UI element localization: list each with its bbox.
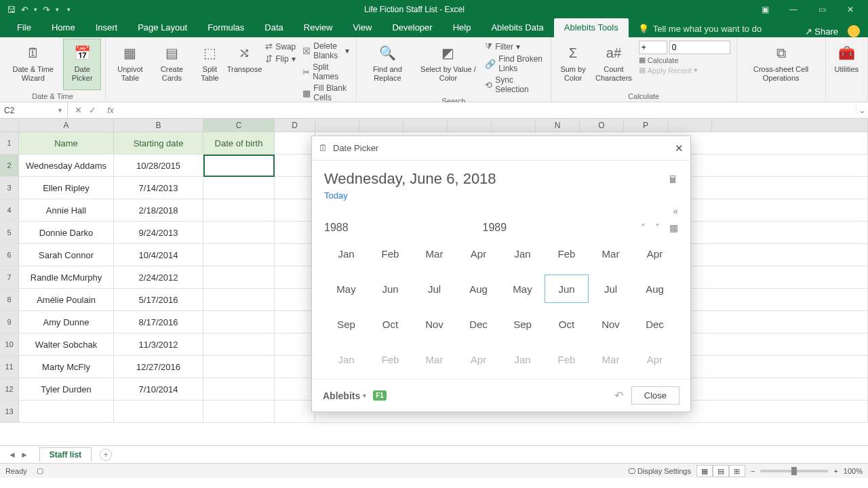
cell[interactable]: 11/3/2012 — [114, 333, 203, 355]
cell[interactable] — [275, 378, 315, 400]
cell[interactable] — [19, 401, 114, 422]
month-nov[interactable]: Nov — [589, 310, 633, 338]
formula-input[interactable] — [118, 102, 856, 118]
row-header[interactable]: 13 — [0, 401, 19, 422]
tab-ablebits-data[interactable]: Ablebits Data — [481, 18, 553, 37]
cell[interactable] — [203, 289, 275, 310]
cell[interactable]: Ellen Ripley — [19, 177, 114, 199]
fill-blank-cells-button[interactable]: ▦Fill Blank Cells — [302, 83, 349, 102]
cell[interactable] — [275, 199, 315, 221]
cell-b1[interactable]: Starting date — [114, 132, 203, 154]
month-sep[interactable]: Sep — [324, 310, 368, 338]
col-header-c[interactable]: C — [203, 119, 275, 131]
year-grid-icon[interactable]: ▦ — [669, 222, 678, 233]
swap-button[interactable]: ⇄Swap — [265, 41, 296, 52]
name-box[interactable]: C2▼ — [0, 102, 68, 118]
cell[interactable] — [203, 378, 275, 400]
cell[interactable]: Walter Sobchak — [19, 333, 114, 355]
cell[interactable] — [275, 333, 315, 355]
cell[interactable] — [275, 177, 315, 199]
undo-icon[interactable]: ↶ — [614, 389, 623, 402]
maximize-button[interactable]: ▭ — [808, 1, 835, 18]
calc-operator-input[interactable] — [639, 41, 667, 54]
cell[interactable]: Tyler Durden — [19, 378, 114, 400]
month-oct[interactable]: Oct — [545, 310, 589, 338]
month-dec[interactable]: Dec — [633, 310, 677, 338]
close-button[interactable]: Close — [631, 386, 679, 405]
cell[interactable] — [275, 155, 315, 176]
cell[interactable] — [275, 266, 315, 288]
chevron-down-icon[interactable]: ▼ — [57, 107, 63, 114]
cell[interactable] — [275, 289, 315, 310]
calculator-icon[interactable]: 🖩 — [668, 174, 678, 185]
sum-by-color-button[interactable]: ΣSum by Color — [555, 39, 591, 90]
find-replace-button[interactable]: 🔍Find and Replace — [361, 39, 414, 90]
find-broken-links-button[interactable]: 🔗Find Broken Links — [485, 54, 544, 73]
cell[interactable]: 7/14/2013 — [114, 177, 203, 199]
unpivot-table-button[interactable]: ▦Unpivot Table — [110, 39, 151, 90]
row-header[interactable]: 9 — [0, 311, 19, 333]
cell[interactable] — [114, 401, 203, 422]
cell[interactable] — [203, 356, 275, 378]
month-jan[interactable]: Jan — [324, 239, 368, 268]
cell[interactable]: 10/4/2014 — [114, 244, 203, 266]
undo-dropdown-icon[interactable]: ▾ — [34, 6, 37, 13]
month-jun[interactable]: Jun — [368, 274, 412, 303]
tab-data[interactable]: Data — [254, 18, 293, 37]
year-prev-icon[interactable]: ˄ — [641, 222, 646, 233]
qat-customize-icon[interactable]: ▾ — [67, 6, 71, 13]
month-oct[interactable]: Oct — [368, 310, 412, 338]
cell-a1[interactable]: Name — [19, 132, 114, 154]
cell[interactable]: Randle McMurphy — [19, 266, 114, 288]
cell[interactable]: Amy Dunne — [19, 311, 114, 333]
calculate-button[interactable]: ▦ Calculate — [639, 56, 730, 64]
tab-developer[interactable]: Developer — [382, 18, 442, 37]
cell[interactable] — [203, 401, 275, 422]
filter-button[interactable]: ⧩Filter ▾ — [485, 41, 544, 52]
cross-sheet-button[interactable]: ⧉Cross-sheet Cell Operations — [741, 39, 821, 90]
save-icon[interactable]: 🖫 — [7, 5, 16, 15]
sync-selection-button[interactable]: ⟲Sync Selection — [485, 75, 544, 94]
cell[interactable]: 8/17/2016 — [114, 311, 203, 333]
sheet-tab-staff-list[interactable]: Staff list — [39, 447, 92, 462]
month-feb[interactable]: Feb — [545, 239, 589, 268]
sheet-nav-next-icon[interactable]: ► — [20, 450, 28, 460]
view-normal-button[interactable]: ▦ — [696, 465, 713, 477]
zoom-out-button[interactable]: − — [751, 467, 755, 475]
col-headers-rest[interactable]: NOP — [315, 119, 868, 131]
accept-formula-icon[interactable]: ✓ — [89, 105, 96, 115]
row-header[interactable]: 8 — [0, 289, 19, 310]
date-picker-button[interactable]: 📅Date Picker — [63, 39, 101, 90]
cell[interactable] — [203, 199, 275, 221]
smiley-icon[interactable] — [848, 25, 860, 37]
zoom-slider[interactable] — [760, 470, 828, 472]
tab-file[interactable]: File — [7, 18, 41, 37]
month-aug[interactable]: Aug — [633, 274, 677, 303]
cell[interactable]: Annie Hall — [19, 199, 114, 221]
redo-icon[interactable]: ↷ — [43, 5, 50, 15]
row-header[interactable]: 2 — [0, 155, 19, 176]
view-page-layout-button[interactable]: ▤ — [713, 465, 729, 477]
split-table-button[interactable]: ⬚Split Table — [193, 39, 226, 90]
month-jul[interactable]: Jul — [589, 274, 633, 303]
delete-blanks-button[interactable]: ☒Delete Blanks ▾ — [302, 41, 349, 60]
cell-c1[interactable]: Date of birth — [203, 132, 275, 154]
tab-home[interactable]: Home — [41, 18, 85, 37]
tab-view[interactable]: View — [342, 18, 382, 37]
month-feb[interactable]: Feb — [368, 239, 412, 268]
row-header-1[interactable]: 1 — [0, 132, 19, 154]
tell-me[interactable]: 💡 Tell me what you want to do — [629, 20, 771, 37]
year-next-icon[interactable]: ˅ — [655, 222, 660, 233]
cell[interactable] — [203, 177, 275, 199]
month-jun[interactable]: Jun — [545, 274, 589, 303]
close-window-button[interactable]: ✕ — [837, 1, 864, 18]
year-1989[interactable]: 1989 — [483, 222, 642, 234]
cell[interactable]: 9/24/2013 — [114, 222, 203, 243]
month-dim[interactable]: Apr — [633, 345, 677, 373]
cell[interactable]: 10/28/2015 — [114, 155, 203, 176]
minimize-button[interactable]: — — [780, 1, 807, 18]
cell[interactable] — [203, 266, 275, 288]
tab-help[interactable]: Help — [443, 18, 481, 37]
cell[interactable]: Donnie Darko — [19, 222, 114, 243]
month-may[interactable]: May — [500, 274, 545, 303]
